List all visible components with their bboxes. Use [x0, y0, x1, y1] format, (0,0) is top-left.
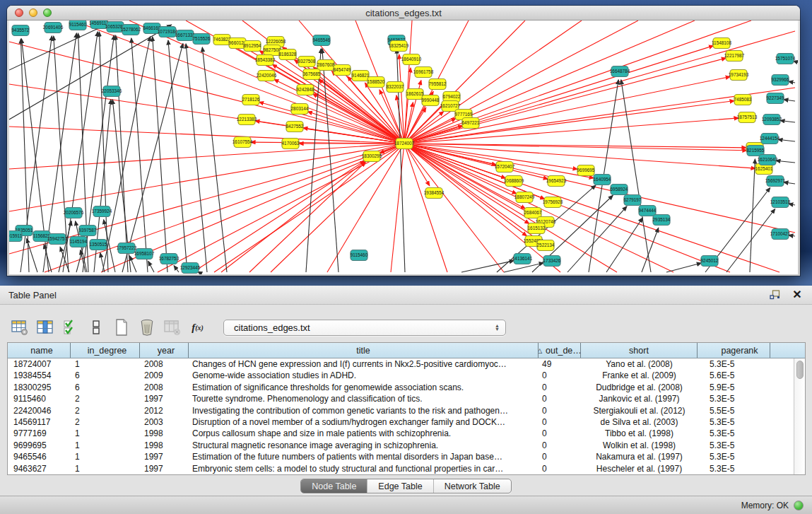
table-row[interactable]: 911546021997Tourette syndrome. Phenomeno…: [8, 393, 794, 404]
network-view-window[interactable]: citations_edges.txt 94355722069140691154…: [7, 6, 800, 276]
network-node[interactable]: 6497221: [462, 118, 480, 129]
network-node[interactable]: 16648784: [610, 66, 630, 77]
vertical-scrollbar[interactable]: [794, 358, 805, 474]
network-node[interactable]: 17100421: [770, 229, 791, 240]
network-node[interactable]: 18300295: [362, 151, 382, 162]
network-node[interactable]: 8454749: [334, 65, 351, 76]
network-node[interactable]: 12213383: [237, 115, 257, 125]
network-node[interactable]: 2935134: [653, 215, 671, 226]
memory-status-icon[interactable]: [794, 501, 804, 510]
network-node[interactable]: 12923445: [180, 263, 201, 274]
network-node[interactable]: 18757513: [737, 112, 758, 123]
network-node[interactable]: 15942757: [47, 234, 68, 245]
network-node[interactable]: 4170063: [282, 139, 300, 149]
network-node[interactable]: 1733426: [543, 256, 561, 267]
table-row[interactable]: 1830029562008Estimation of significance …: [8, 382, 794, 393]
network-node[interactable]: 8427552: [286, 122, 304, 132]
network-node[interactable]: 16961758: [413, 67, 434, 78]
network-node[interactable]: 9474444: [639, 206, 657, 216]
network-node[interactable]: 15692971: [765, 176, 786, 187]
network-node[interactable]: 11548108: [712, 38, 731, 49]
close-window-button[interactable]: [15, 8, 23, 17]
node-table[interactable]: namein_degreeyeartitle△out_de…shortpager…: [7, 342, 806, 475]
network-node[interactable]: 7955812: [429, 79, 447, 90]
network-node[interactable]: 17359924: [92, 206, 112, 217]
table-row[interactable]: 1872400712008Changes of HCN gene express…: [8, 358, 794, 370]
network-node[interactable]: 3675685: [303, 69, 321, 80]
network-node[interactable]: 19756928: [543, 197, 563, 208]
column-header-out_de[interactable]: △out_de…: [539, 343, 581, 358]
network-node[interactable]: 16107554: [233, 137, 253, 148]
close-panel-icon[interactable]: ✕: [791, 288, 804, 301]
tab-edge-table[interactable]: Edge Table: [367, 479, 433, 493]
network-node[interactable]: 9990448: [422, 95, 440, 106]
network-node[interactable]: 9115460: [69, 21, 87, 30]
show-columns-icon[interactable]: [35, 318, 54, 337]
row-height-icon[interactable]: [86, 318, 105, 337]
network-node[interactable]: 9699695: [577, 165, 595, 176]
network-node[interactable]: 9327508: [298, 57, 316, 67]
network-node[interactable]: 8912954: [244, 41, 261, 52]
network-window-titlebar[interactable]: citations_edges.txt: [7, 6, 800, 21]
network-node[interactable]: 1640954: [594, 175, 611, 185]
table-body[interactable]: 1872400712008Changes of HCN gene express…: [8, 358, 794, 474]
table-header-row[interactable]: namein_degreeyeartitle△out_de…shortpager…: [8, 343, 805, 358]
network-node[interactable]: 12103518: [770, 197, 791, 208]
network-node[interactable]: 12217987: [724, 51, 745, 62]
network-node[interactable]: 9435572: [12, 25, 30, 36]
network-node[interactable]: 14136141: [512, 254, 533, 264]
column-header-name[interactable]: name: [8, 343, 71, 358]
network-node[interactable]: 9115460: [351, 250, 368, 261]
network-node[interactable]: 9245012: [701, 256, 719, 267]
network-node[interactable]: 2522134: [537, 240, 555, 251]
network-node[interactable]: 18640910: [401, 54, 422, 65]
scrollbar-thumb[interactable]: [796, 361, 804, 379]
table-row[interactable]: 1938455462009Genome-wide association stu…: [8, 370, 794, 381]
network-node[interactable]: 1350515: [90, 240, 107, 250]
table-row[interactable]: 946362711997Embryonic stem cells: a mode…: [8, 463, 794, 474]
network-node[interactable]: 22053346: [102, 86, 122, 97]
network-node[interactable]: 1615132: [528, 223, 546, 234]
column-header-in_degree[interactable]: in_degree: [71, 343, 140, 358]
network-node[interactable]: 9227349: [767, 93, 784, 104]
network-node[interactable]: 15720407: [495, 162, 515, 173]
table-row[interactable]: 969969511998Structural magnetic resonanc…: [8, 440, 794, 451]
network-node[interactable]: 16210643: [758, 155, 778, 165]
network-node[interactable]: 8322037: [387, 82, 404, 93]
network-node[interactable]: 19384554: [424, 188, 445, 199]
tab-network-table[interactable]: Network Table: [433, 479, 511, 493]
network-node[interactable]: 18724007: [394, 139, 415, 149]
column-header-short[interactable]: short: [581, 343, 698, 358]
network-node[interactable]: 7485083: [734, 95, 752, 105]
minimize-window-button[interactable]: [29, 8, 37, 17]
column-header-title[interactable]: title: [189, 343, 539, 358]
table-row[interactable]: 977716911998Corpus callosum shape and si…: [8, 428, 794, 439]
network-node[interactable]: 12093852: [762, 115, 782, 125]
table-row[interactable]: 2242004622012Investigating the contribut…: [8, 405, 794, 416]
network-node[interactable]: 1588520: [367, 77, 385, 88]
network-node[interactable]: 8186328: [279, 49, 297, 60]
network-canvas-container[interactable]: 9435572206914069115460145691171065328715…: [9, 21, 798, 274]
row-selection-icon[interactable]: [61, 318, 80, 337]
float-panel-icon[interactable]: [768, 288, 781, 301]
network-node[interactable]: 2718126: [242, 95, 260, 105]
network-node[interactable]: 6279197: [624, 195, 642, 206]
network-node[interactable]: 15751074: [775, 54, 796, 64]
network-node[interactable]: 18325419: [389, 41, 409, 52]
network-node[interactable]: 2803144: [291, 104, 309, 115]
network-node[interactable]: 16782753: [159, 254, 180, 264]
network-node[interactable]: 9242848: [297, 85, 314, 95]
function-builder-icon[interactable]: f(x): [188, 318, 207, 337]
table-settings-icon[interactable]: [10, 318, 29, 337]
column-header-pagerank[interactable]: pagerank: [698, 343, 770, 358]
tab-node-table[interactable]: Node Table: [301, 479, 367, 493]
network-graph[interactable]: 9435572206914069115460145691171065328715…: [9, 21, 798, 274]
column-header-year[interactable]: year: [140, 343, 189, 358]
network-node[interactable]: 12444154: [760, 134, 780, 144]
network-node[interactable]: 10688609: [504, 176, 524, 187]
maximize-window-button[interactable]: [43, 8, 52, 17]
create-column-icon[interactable]: [112, 318, 131, 337]
table-row[interactable]: 1456911722003Disruption of a novel membe…: [8, 416, 794, 428]
table-selector-dropdown[interactable]: citations_edges.txt ▲▼: [223, 320, 506, 336]
network-node[interactable]: 9397587: [79, 226, 97, 236]
